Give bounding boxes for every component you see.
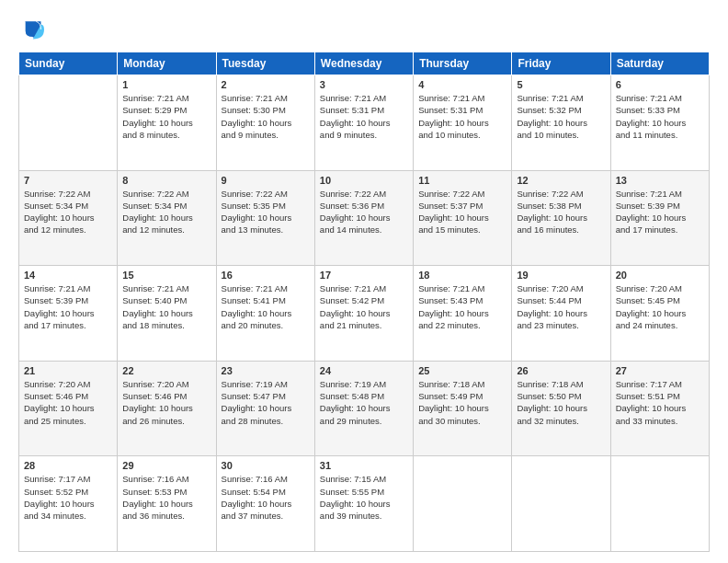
day-info: Sunrise: 7:21 AMSunset: 5:33 PMDaylight:…	[616, 92, 704, 141]
day-cell	[414, 456, 512, 552]
calendar: SundayMondayTuesdayWednesdayThursdayFrid…	[18, 52, 710, 552]
day-info: Sunrise: 7:22 AMSunset: 5:36 PMDaylight:…	[320, 188, 408, 236]
day-cell: 9Sunrise: 7:22 AMSunset: 5:35 PMDaylight…	[216, 170, 314, 266]
weekday-header-wednesday: Wednesday	[314, 52, 413, 75]
day-info: Sunrise: 7:20 AMSunset: 5:45 PMDaylight:…	[616, 282, 704, 331]
day-number: 7	[24, 175, 112, 186]
day-info: Sunrise: 7:17 AMSunset: 5:52 PMDaylight:…	[24, 473, 112, 522]
day-info: Sunrise: 7:21 AMSunset: 5:32 PMDaylight:…	[517, 92, 605, 141]
day-cell: 25Sunrise: 7:18 AMSunset: 5:49 PMDayligh…	[414, 361, 512, 456]
day-info: Sunrise: 7:21 AMSunset: 5:30 PMDaylight:…	[222, 92, 310, 141]
day-number: 4	[418, 79, 506, 90]
day-number: 22	[122, 365, 210, 376]
day-number: 21	[24, 365, 112, 376]
day-info: Sunrise: 7:21 AMSunset: 5:43 PMDaylight:…	[418, 282, 506, 331]
header	[18, 17, 710, 42]
day-cell: 23Sunrise: 7:19 AMSunset: 5:47 PMDayligh…	[216, 361, 314, 456]
day-cell: 3Sunrise: 7:21 AMSunset: 5:31 PMDaylight…	[314, 75, 413, 171]
day-number: 16	[222, 270, 310, 281]
weekday-header-thursday: Thursday	[414, 52, 512, 75]
day-number: 26	[517, 365, 605, 376]
day-info: Sunrise: 7:18 AMSunset: 5:50 PMDaylight:…	[517, 378, 605, 427]
day-number: 5	[517, 79, 605, 90]
day-cell: 6Sunrise: 7:21 AMSunset: 5:33 PMDaylight…	[610, 75, 709, 171]
day-cell: 7Sunrise: 7:22 AMSunset: 5:34 PMDaylight…	[19, 170, 118, 266]
weekday-header-friday: Friday	[512, 52, 610, 75]
weekday-header-saturday: Saturday	[610, 52, 709, 75]
day-info: Sunrise: 7:20 AMSunset: 5:46 PMDaylight:…	[122, 378, 210, 427]
day-cell: 13Sunrise: 7:21 AMSunset: 5:39 PMDayligh…	[610, 170, 709, 266]
day-cell	[512, 456, 610, 552]
day-cell: 5Sunrise: 7:21 AMSunset: 5:32 PMDaylight…	[512, 75, 610, 171]
day-cell: 27Sunrise: 7:17 AMSunset: 5:51 PMDayligh…	[610, 361, 709, 456]
day-number: 24	[320, 365, 408, 376]
day-number: 25	[418, 365, 506, 376]
day-number: 19	[517, 270, 605, 281]
day-info: Sunrise: 7:18 AMSunset: 5:49 PMDaylight:…	[418, 378, 506, 427]
weekday-header-row: SundayMondayTuesdayWednesdayThursdayFrid…	[19, 52, 710, 75]
day-number: 30	[222, 460, 310, 471]
day-info: Sunrise: 7:21 AMSunset: 5:40 PMDaylight:…	[122, 282, 210, 331]
day-info: Sunrise: 7:19 AMSunset: 5:47 PMDaylight:…	[222, 378, 310, 427]
day-cell: 11Sunrise: 7:22 AMSunset: 5:37 PMDayligh…	[414, 170, 512, 266]
logo	[18, 17, 48, 42]
day-info: Sunrise: 7:21 AMSunset: 5:39 PMDaylight:…	[616, 188, 704, 236]
day-cell: 17Sunrise: 7:21 AMSunset: 5:42 PMDayligh…	[314, 266, 413, 362]
day-number: 13	[616, 175, 704, 186]
week-row-4: 28Sunrise: 7:17 AMSunset: 5:52 PMDayligh…	[19, 456, 710, 552]
day-info: Sunrise: 7:15 AMSunset: 5:55 PMDaylight:…	[320, 473, 408, 522]
day-number: 1	[122, 79, 210, 90]
week-row-3: 21Sunrise: 7:20 AMSunset: 5:46 PMDayligh…	[19, 361, 710, 456]
day-number: 3	[320, 79, 408, 90]
day-cell: 4Sunrise: 7:21 AMSunset: 5:31 PMDaylight…	[414, 75, 512, 171]
day-info: Sunrise: 7:16 AMSunset: 5:54 PMDaylight:…	[222, 473, 310, 522]
day-number: 27	[616, 365, 704, 376]
day-number: 17	[320, 270, 408, 281]
day-info: Sunrise: 7:17 AMSunset: 5:51 PMDaylight:…	[616, 378, 704, 427]
page: SundayMondayTuesdayWednesdayThursdayFrid…	[0, 0, 728, 563]
day-cell: 28Sunrise: 7:17 AMSunset: 5:52 PMDayligh…	[19, 456, 118, 552]
day-info: Sunrise: 7:21 AMSunset: 5:29 PMDaylight:…	[122, 92, 210, 141]
day-number: 12	[517, 175, 605, 186]
day-cell: 10Sunrise: 7:22 AMSunset: 5:36 PMDayligh…	[314, 170, 413, 266]
day-cell	[19, 75, 118, 171]
day-cell: 16Sunrise: 7:21 AMSunset: 5:41 PMDayligh…	[216, 266, 314, 362]
day-info: Sunrise: 7:16 AMSunset: 5:53 PMDaylight:…	[122, 473, 210, 522]
day-number: 11	[418, 175, 506, 186]
logo-icon	[18, 17, 44, 42]
day-number: 9	[222, 175, 310, 186]
day-number: 29	[122, 460, 210, 471]
day-cell: 18Sunrise: 7:21 AMSunset: 5:43 PMDayligh…	[414, 266, 512, 362]
day-number: 8	[122, 175, 210, 186]
week-row-1: 7Sunrise: 7:22 AMSunset: 5:34 PMDaylight…	[19, 170, 710, 266]
day-info: Sunrise: 7:20 AMSunset: 5:44 PMDaylight:…	[517, 282, 605, 331]
day-number: 15	[122, 270, 210, 281]
day-info: Sunrise: 7:21 AMSunset: 5:42 PMDaylight:…	[320, 282, 408, 331]
day-info: Sunrise: 7:21 AMSunset: 5:31 PMDaylight:…	[320, 92, 408, 141]
day-number: 20	[616, 270, 704, 281]
day-cell: 21Sunrise: 7:20 AMSunset: 5:46 PMDayligh…	[19, 361, 118, 456]
day-cell	[610, 456, 709, 552]
day-number: 2	[222, 79, 310, 90]
day-cell: 8Sunrise: 7:22 AMSunset: 5:34 PMDaylight…	[118, 170, 216, 266]
day-cell: 22Sunrise: 7:20 AMSunset: 5:46 PMDayligh…	[118, 361, 216, 456]
day-info: Sunrise: 7:20 AMSunset: 5:46 PMDaylight:…	[24, 378, 112, 427]
day-info: Sunrise: 7:22 AMSunset: 5:34 PMDaylight:…	[122, 188, 210, 236]
day-cell: 14Sunrise: 7:21 AMSunset: 5:39 PMDayligh…	[19, 266, 118, 362]
day-cell: 29Sunrise: 7:16 AMSunset: 5:53 PMDayligh…	[118, 456, 216, 552]
weekday-header-monday: Monday	[118, 52, 216, 75]
day-cell: 31Sunrise: 7:15 AMSunset: 5:55 PMDayligh…	[314, 456, 413, 552]
weekday-header-tuesday: Tuesday	[216, 52, 314, 75]
day-number: 10	[320, 175, 408, 186]
day-info: Sunrise: 7:22 AMSunset: 5:35 PMDaylight:…	[222, 188, 310, 236]
day-cell: 2Sunrise: 7:21 AMSunset: 5:30 PMDaylight…	[216, 75, 314, 171]
day-cell: 30Sunrise: 7:16 AMSunset: 5:54 PMDayligh…	[216, 456, 314, 552]
day-info: Sunrise: 7:21 AMSunset: 5:39 PMDaylight:…	[24, 282, 112, 331]
day-number: 31	[320, 460, 408, 471]
day-number: 28	[24, 460, 112, 471]
day-info: Sunrise: 7:22 AMSunset: 5:38 PMDaylight:…	[517, 188, 605, 236]
day-cell: 24Sunrise: 7:19 AMSunset: 5:48 PMDayligh…	[314, 361, 413, 456]
day-info: Sunrise: 7:22 AMSunset: 5:37 PMDaylight:…	[418, 188, 506, 236]
day-cell: 26Sunrise: 7:18 AMSunset: 5:50 PMDayligh…	[512, 361, 610, 456]
week-row-2: 14Sunrise: 7:21 AMSunset: 5:39 PMDayligh…	[19, 266, 710, 362]
